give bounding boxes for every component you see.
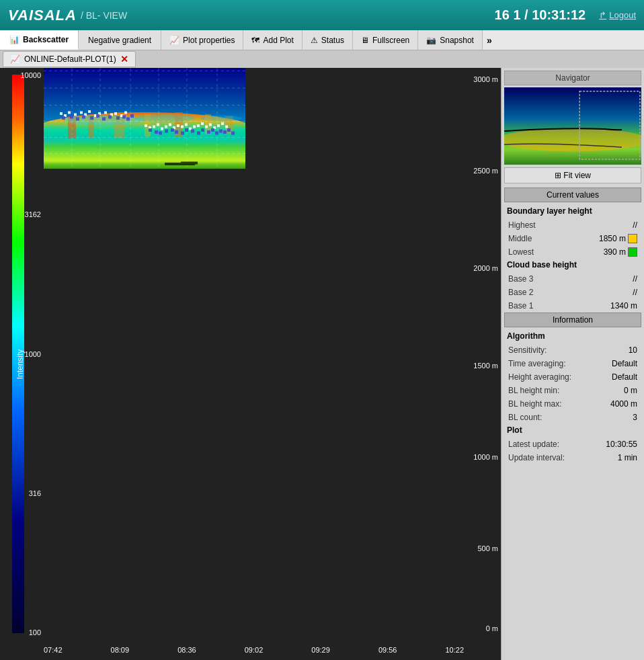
svg-rect-66: [108, 116, 112, 119]
rm-label-2500m: 2500 m: [473, 167, 498, 175]
tab-negative-gradient[interactable]: Negative gradient: [79, 30, 161, 50]
svg-rect-27: [74, 114, 77, 116]
tab-backscatter[interactable]: 📊 Backscatter: [0, 30, 79, 50]
svg-rect-57: [221, 122, 224, 125]
height-averaging-value: Default: [612, 372, 637, 382]
latest-update-label: Latest update:: [508, 440, 559, 449]
base1-value: 1340 m: [610, 301, 637, 311]
status-button[interactable]: ⚠ Status: [303, 30, 353, 50]
svg-rect-54: [209, 124, 212, 126]
boundary-lowest-value: 390 m: [604, 247, 637, 257]
x-label-0742: 07:42: [44, 646, 63, 654]
chart-icon: 📈: [169, 36, 179, 45]
x-label-0836: 08:36: [177, 646, 196, 654]
latest-update-value: 10:30:55: [606, 440, 637, 449]
current-values-header: Current values: [504, 188, 641, 202]
header: VAISALA / BL- VIEW 16 1 / 10:31:12 ↱ Log…: [0, 0, 644, 30]
rm-label-1500m: 1500 m: [473, 362, 498, 370]
right-panel: Navigator: [501, 68, 644, 660]
svg-rect-71: [149, 128, 152, 132]
bl-height-min-value: 0 m: [624, 386, 637, 395]
base3-row: Base 3 //: [504, 272, 641, 286]
plot-tabbar: 📈 ONLINE-Default-PLOT(1) ✕: [0, 50, 644, 68]
svg-rect-62: [82, 116, 85, 119]
time-averaging-label: Time averaging:: [508, 359, 566, 368]
svg-rect-52: [201, 122, 204, 125]
svg-point-94: [504, 128, 641, 152]
base3-label: Base 3: [508, 274, 533, 284]
svg-rect-33: [104, 112, 107, 114]
plot-icon: 📈: [10, 54, 20, 64]
navigator-thumbnail[interactable]: [504, 87, 641, 165]
add-plot-button[interactable]: 🗺 Add Plot: [243, 30, 302, 50]
bl-height-min-label: BL height min:: [508, 386, 559, 395]
svg-rect-68: [122, 116, 126, 119]
svg-rect-75: [171, 128, 174, 132]
svg-rect-72: [155, 130, 158, 134]
svg-rect-65: [102, 118, 106, 121]
plot-tab[interactable]: 📈 ONLINE-Default-PLOT(1) ✕: [3, 51, 136, 67]
update-interval-row: Update interval: 1 min: [504, 451, 641, 464]
bl-count-value: 3: [633, 413, 637, 422]
logout-icon: ↱: [599, 10, 606, 20]
sensitivity-value: 10: [629, 345, 637, 355]
bl-height-min-row: BL height min: 0 m: [504, 384, 641, 397]
base2-row: Base 2 //: [504, 286, 641, 299]
svg-rect-85: [219, 130, 223, 133]
svg-rect-74: [165, 130, 168, 133]
toolbar: 📊 Backscatter Negative gradient 📈 Plot p…: [0, 30, 644, 50]
svg-rect-82: [207, 130, 210, 134]
svg-rect-42: [161, 128, 163, 130]
logo-blview: / BL- VIEW: [81, 10, 127, 21]
boundary-lowest-row: Lowest 390 m: [504, 245, 641, 259]
close-icon[interactable]: ✕: [120, 54, 128, 65]
svg-rect-69: [126, 118, 130, 121]
plot-properties-button[interactable]: 📈 Plot properties: [161, 30, 243, 50]
svg-rect-44: [169, 124, 171, 126]
chart-svg: [44, 68, 245, 169]
time-averaging-value: Default: [612, 359, 637, 368]
base2-label: Base 2: [508, 288, 533, 297]
logout-button[interactable]: ↱ Logout: [599, 10, 636, 20]
svg-rect-35: [114, 112, 117, 115]
svg-rect-26: [68, 112, 71, 114]
fit-view-button[interactable]: ⊞ Fit view: [504, 167, 641, 183]
y-label-1000: 1000: [0, 350, 44, 358]
information-header: Information: [504, 313, 641, 327]
y-axis: 10000 3162 1000 316 100: [0, 68, 44, 640]
backscatter-icon: 📊: [9, 35, 19, 44]
add-icon: 🗺: [251, 36, 259, 45]
svg-rect-41: [157, 124, 159, 126]
boundary-middle-value: 1850 m: [599, 234, 637, 243]
rm-label-0m: 0 m: [486, 624, 498, 632]
snapshot-button[interactable]: 📷 Snapshot: [418, 30, 483, 50]
height-averaging-row: Height averaging: Default: [504, 370, 641, 384]
base1-label: Base 1: [508, 301, 533, 311]
svg-rect-73: [159, 132, 162, 135]
boundary-lowest-label: Lowest: [508, 247, 534, 257]
plot-section-title: Plot: [504, 424, 641, 436]
boundary-layer-title: Boundary layer height: [504, 205, 641, 217]
chart-area[interactable]: Intensity 10000 3162 1000 316 100: [0, 68, 501, 660]
svg-rect-40: [153, 126, 155, 128]
rm-label-1000m: 1000 m: [473, 453, 498, 461]
update-interval-value: 1 min: [618, 453, 637, 462]
screen-icon: 🖥: [361, 36, 369, 45]
bl-height-max-row: BL height max: 4000 m: [504, 397, 641, 411]
fullscreen-button[interactable]: 🖥 Fullscreen: [353, 30, 418, 50]
x-label-0809: 08:09: [111, 646, 130, 654]
base3-value: //: [633, 274, 637, 284]
right-axis: 3000 m 2500 m 2000 m 1500 m 1000 m 500 m…: [464, 68, 501, 640]
svg-rect-80: [197, 132, 200, 135]
logo-vaisala: VAISALA: [8, 7, 77, 24]
svg-rect-81: [201, 128, 204, 132]
svg-rect-92: [181, 162, 198, 165]
boundary-middle-label: Middle: [508, 234, 532, 243]
y-label-10000: 10000: [0, 71, 44, 79]
svg-point-10: [134, 114, 195, 122]
more-button[interactable]: »: [483, 30, 496, 50]
svg-rect-47: [181, 126, 184, 128]
y-label-100: 100: [0, 628, 44, 636]
boundary-middle-color: [628, 234, 637, 243]
y-label-3162: 3162: [0, 210, 44, 218]
